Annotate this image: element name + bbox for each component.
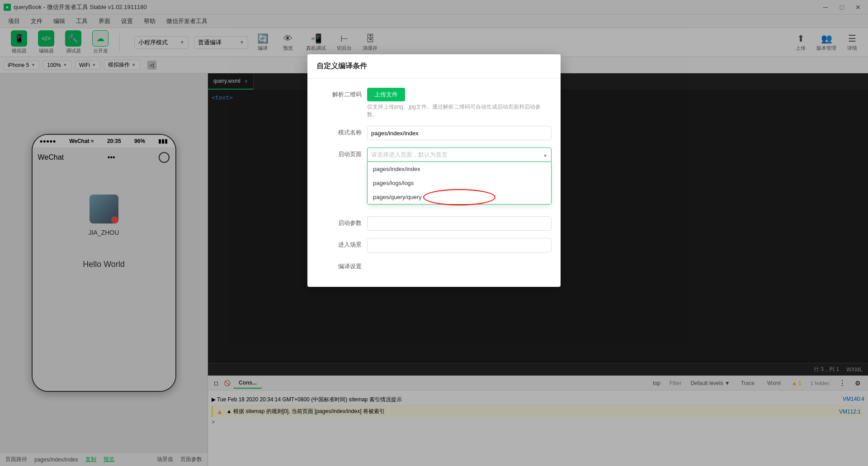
dropdown-item-1[interactable]: pages/index/index [368,162,551,176]
modal-scene-label: 进入场景 [316,238,362,249]
start-page-chevron: ▲ [543,152,547,157]
modal-start-params-row: 启动参数 [316,216,552,231]
modal-scene-row: 进入场景 [316,238,552,252]
modal-qrcode-content: 上传文件 仅支持上传png、jpg文件。通过解析二维码可自动生成启动页面和启动参… [367,88,552,119]
modal-overlay[interactable]: 自定义编译条件 解析二维码 上传文件 仅支持上传png、jpg文件。通过解析二维… [0,0,868,466]
modal-body: 解析二维码 上传文件 仅支持上传png、jpg文件。通过解析二维码可自动生成启动… [307,79,561,287]
start-params-input[interactable] [367,216,552,231]
modal-title: 自定义编译条件 [307,54,561,79]
custom-compile-modal: 自定义编译条件 解析二维码 上传文件 仅支持上传png、jpg文件。通过解析二维… [307,54,561,287]
modal-compile-settings-row: 编译设置 [316,260,552,271]
dropdown-item-3[interactable]: pages/query/query [368,190,551,204]
scene-input[interactable] [367,238,552,252]
start-page-select-wrapper: 请选择进入页面，默认为首页 ▲ pages/index/index pages/… [367,147,552,162]
modal-start-page-row: 启动页面 请选择进入页面，默认为首页 ▲ pages/index/index p… [316,147,552,162]
mode-name-input[interactable] [367,126,552,140]
modal-start-params-label: 启动参数 [316,216,362,227]
modal-compile-settings-label: 编译设置 [316,260,362,271]
upload-file-button[interactable]: 上传文件 [367,88,405,101]
modal-mode-name-row: 模式名称 [316,126,552,140]
start-page-dropdown: pages/index/index pages/logs/logs pages/… [367,162,552,204]
start-page-select[interactable]: 请选择进入页面，默认为首页 ▲ [367,147,552,162]
modal-qrcode-label: 解析二维码 [316,88,362,99]
upload-hint: 仅支持上传png、jpg文件。通过解析二维码可自动生成启动页面和启动参数。 [367,103,552,119]
modal-start-page-label: 启动页面 [316,147,362,158]
start-page-placeholder: 请选择进入页面，默认为首页 [371,151,448,159]
modal-qrcode-row: 解析二维码 上传文件 仅支持上传png、jpg文件。通过解析二维码可自动生成启动… [316,88,552,119]
red-circle-highlight [423,189,495,205]
dropdown-item-2[interactable]: pages/logs/logs [368,176,551,190]
modal-mode-name-label: 模式名称 [316,126,362,137]
